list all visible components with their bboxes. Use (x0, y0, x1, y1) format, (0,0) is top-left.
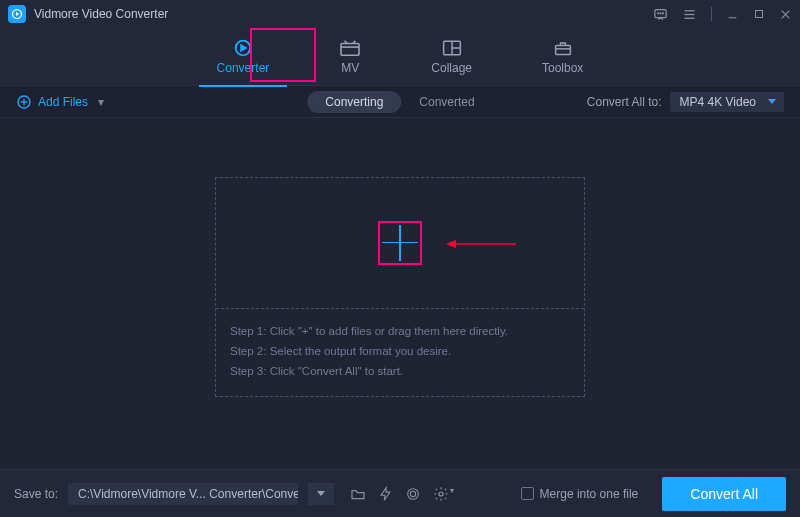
svg-rect-17 (555, 45, 570, 54)
drop-zone[interactable]: Step 1: Click "+" to add files or drag t… (215, 177, 585, 397)
svg-rect-13 (341, 43, 359, 55)
plus-icon (380, 223, 420, 263)
toolbox-icon (552, 39, 574, 57)
svg-rect-9 (756, 11, 763, 18)
svg-point-23 (408, 488, 419, 499)
tab-converter[interactable]: Converter (205, 35, 282, 79)
step3-text: Step 3: Click "Convert All" to start. (230, 361, 570, 381)
svg-point-24 (410, 491, 415, 496)
svg-point-3 (660, 12, 661, 13)
merge-checkbox[interactable]: Merge into one file (521, 487, 639, 501)
convert-all-to-label: Convert All to: (587, 95, 662, 109)
chevron-down-icon: ▾ (98, 95, 104, 109)
tab-label: MV (341, 61, 359, 75)
add-files-label: Add Files (38, 95, 88, 109)
add-files-plus-button[interactable] (378, 221, 422, 265)
tab-label: Converter (217, 61, 270, 75)
instructions: Step 1: Click "+" to add files or drag t… (216, 308, 584, 393)
title-bar: Vidmore Video Converter (0, 0, 800, 28)
output-format-select[interactable]: MP4 4K Video (670, 92, 785, 112)
app-logo-icon (8, 5, 26, 23)
annotation-arrow-icon (446, 240, 516, 248)
merge-label: Merge into one file (540, 487, 639, 501)
tab-mv[interactable]: MV (327, 35, 373, 79)
hardware-accel-icon[interactable] (378, 486, 393, 502)
secondary-toolbar: Add Files ▾ Converting Converted Convert… (0, 86, 800, 118)
open-folder-icon[interactable] (350, 487, 366, 501)
tab-toolbox[interactable]: Toolbox (530, 35, 595, 79)
subtab-converted[interactable]: Converted (401, 91, 492, 113)
feedback-icon[interactable] (653, 7, 668, 22)
close-icon[interactable] (779, 8, 792, 21)
footer-bar: Save to: C:\Vidmore\Vidmore V... Convert… (0, 469, 800, 517)
step1-text: Step 1: Click "+" to add files or drag t… (230, 321, 570, 341)
plus-circle-icon (16, 94, 32, 110)
main-tabs: Converter MV Collage Toolbox (0, 28, 800, 86)
svg-point-2 (658, 12, 659, 13)
app-title: Vidmore Video Converter (34, 7, 653, 21)
checkbox-icon (521, 487, 534, 500)
minimize-icon[interactable] (726, 8, 739, 21)
step2-text: Step 2: Select the output format you des… (230, 341, 570, 361)
converter-icon (232, 39, 254, 57)
divider (711, 7, 712, 21)
convert-all-button[interactable]: Convert All (662, 477, 786, 511)
tab-collage[interactable]: Collage (419, 35, 484, 79)
mv-icon (339, 39, 361, 57)
add-files-button[interactable]: Add Files ▾ (16, 94, 104, 110)
svg-marker-22 (446, 240, 456, 248)
format-value: MP4 4K Video (680, 95, 757, 109)
svg-point-4 (663, 12, 664, 13)
subtab-converting[interactable]: Converting (307, 91, 401, 113)
output-path[interactable]: C:\Vidmore\Vidmore V... Converter\Conver… (68, 483, 298, 505)
output-path-dropdown[interactable] (308, 483, 334, 505)
content-area: Step 1: Click "+" to add files or drag t… (0, 118, 800, 455)
maximize-icon[interactable] (753, 8, 765, 20)
tab-label: Collage (431, 61, 472, 75)
save-to-label: Save to: (14, 487, 58, 501)
tab-label: Toolbox (542, 61, 583, 75)
settings-icon[interactable]: ▾ (433, 486, 454, 502)
menu-icon[interactable] (682, 7, 697, 22)
sub-tabs: Converting Converted (307, 91, 492, 113)
high-speed-icon[interactable] (405, 486, 421, 502)
drop-top (216, 178, 584, 308)
collage-icon (441, 39, 463, 57)
svg-point-25 (439, 492, 443, 496)
